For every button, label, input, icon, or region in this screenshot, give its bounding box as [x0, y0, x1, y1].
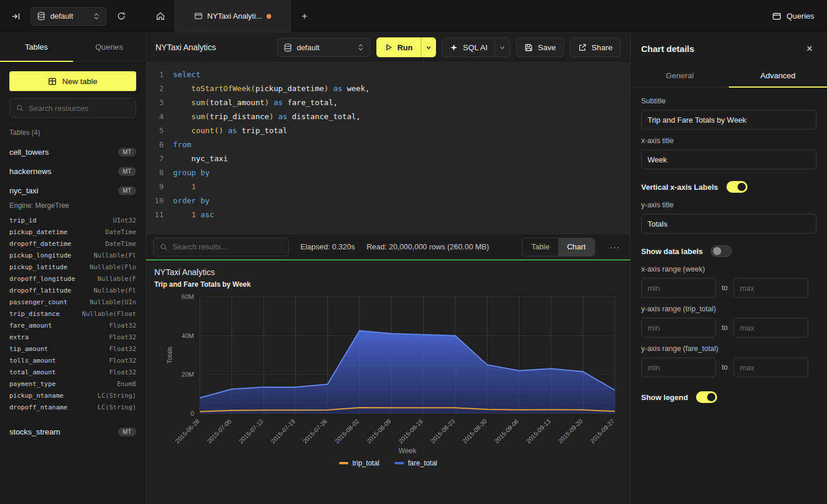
to-label: to — [722, 324, 728, 332]
header-controls: default Run — [277, 37, 621, 57]
tab-advanced[interactable]: Advanced — [729, 64, 827, 87]
tab-nytaxi-analytics[interactable]: NYTaxi Analyti... — [174, 0, 291, 32]
column-name: dropoff_latitude — [9, 287, 71, 294]
column-name: extra — [9, 333, 29, 341]
column-row[interactable]: total_amountFloat32 — [0, 366, 146, 378]
sql-ai-button[interactable]: SQL AI — [442, 38, 494, 57]
yrange-trip-max-input[interactable] — [733, 318, 808, 338]
new-tab-button[interactable]: + — [291, 0, 318, 32]
legend-swatch — [395, 462, 404, 464]
sql-ai-label: SQL AI — [463, 43, 487, 52]
sql-ai-options-button[interactable] — [494, 38, 510, 57]
yaxis-title-input[interactable] — [641, 214, 816, 234]
topbar-database-selector[interactable]: default — [30, 7, 106, 26]
table-item-stocks-stream[interactable]: stocks_stream MT — [0, 422, 146, 442]
topbar: default — [0, 0, 827, 33]
xrange-max-input[interactable] — [733, 278, 808, 298]
elapsed-time: Elapsed: 0.320s — [300, 242, 355, 251]
save-label: Save — [538, 43, 556, 52]
subtitle-input[interactable] — [641, 110, 816, 130]
legend-item-fare_total[interactable]: fare_total — [395, 459, 437, 467]
query-database-selector[interactable]: default — [277, 38, 371, 57]
table-item-cell-towers[interactable]: cell_towers MT — [0, 142, 146, 162]
column-row[interactable]: extraFloat32 — [0, 331, 146, 343]
sql-editor[interactable]: 1234567891011 select toStartOfWeek(picku… — [146, 62, 630, 234]
vertical-labels-toggle[interactable] — [726, 181, 748, 193]
yrange-fare-label: y-axis range (fare_total) — [641, 345, 816, 353]
app-window: default — [0, 0, 827, 504]
column-row[interactable]: passenger_countNullable(UIn — [0, 296, 146, 308]
sidebar-search-input[interactable] — [29, 104, 130, 113]
collapse-sidebar-button[interactable] — [7, 8, 25, 25]
query-header: NYTaxi Analytics default — [146, 33, 630, 62]
table-name: nyc_taxi — [9, 186, 39, 195]
xrange-min-input[interactable] — [641, 278, 716, 298]
column-name: tip_amount — [9, 345, 48, 353]
results-more-button[interactable]: ··· — [607, 242, 623, 252]
column-name: dropoff_longitude — [9, 275, 75, 283]
share-icon — [578, 43, 587, 52]
refresh-button[interactable] — [112, 8, 130, 25]
column-row[interactable]: pickup_longitudeNullable(Fl — [0, 249, 146, 261]
new-table-button[interactable]: New table — [9, 71, 136, 91]
search-icon — [16, 104, 24, 112]
column-row[interactable]: trip_idUInt32 — [0, 214, 146, 226]
column-row[interactable]: pickup_datetimeDateTime — [0, 226, 146, 238]
column-row[interactable]: dropoff_datetimeDateTime — [0, 238, 146, 249]
queries-button[interactable]: Queries — [772, 12, 814, 21]
sidebar-tab-tables[interactable]: Tables — [0, 33, 73, 61]
svg-text:40M: 40M — [182, 332, 194, 339]
svg-text:2015-07-26: 2015-07-26 — [301, 418, 328, 445]
table-item-nyc-taxi[interactable]: nyc_taxi MT — [0, 181, 146, 200]
column-type: Enum8 — [117, 380, 136, 388]
column-row[interactable]: dropoff_ntanameLC(String) — [0, 401, 146, 413]
sparkle-icon — [449, 43, 458, 52]
rows-read: Read: 20,000,000 rows (260.00 MB) — [366, 242, 489, 251]
column-row[interactable]: tip_amountFloat32 — [0, 343, 146, 354]
engine-badge: MT — [118, 427, 136, 436]
column-type: Nullable(Float — [82, 310, 136, 318]
column-name: passenger_count — [9, 298, 67, 306]
code-line: nyc_taxi — [173, 152, 630, 166]
search-icon — [160, 243, 168, 251]
chart-section: NYTaxi Analytics Trip and Fare Totals by… — [146, 260, 630, 504]
xaxis-title-input[interactable] — [641, 150, 816, 169]
column-name: trip_id — [9, 217, 36, 224]
column-type: Nullable(Fl — [94, 287, 136, 294]
yrange-fare-max-input[interactable] — [733, 357, 808, 377]
column-row[interactable]: pickup_ntanameLC(String) — [0, 390, 146, 401]
tab-general[interactable]: General — [631, 64, 729, 87]
column-type: Float32 — [109, 345, 136, 353]
legend-item-trip_total[interactable]: trip_total — [339, 459, 379, 467]
yrange-trip-min-input[interactable] — [641, 318, 716, 338]
run-button[interactable]: Run — [376, 37, 421, 57]
close-panel-button[interactable]: × — [802, 43, 816, 55]
results-search-input[interactable] — [172, 242, 282, 251]
column-row[interactable]: tolls_amountFloat32 — [0, 354, 146, 366]
yrange-fare-min-input[interactable] — [641, 357, 716, 377]
view-table-button[interactable]: Table — [523, 238, 558, 256]
legend-label: fare_total — [408, 459, 437, 467]
home-tab[interactable] — [146, 0, 174, 32]
column-row[interactable]: dropoff_latitudeNullable(Fl — [0, 284, 146, 296]
table-item-hackernews[interactable]: hackernews MT — [0, 162, 146, 181]
svg-text:2015-09-27: 2015-09-27 — [589, 418, 616, 445]
share-button[interactable]: Share — [570, 37, 621, 57]
engine-label: Engine: MergeTree — [0, 200, 146, 214]
column-row[interactable]: payment_typeEnum8 — [0, 378, 146, 390]
save-button[interactable]: Save — [516, 37, 564, 57]
code-line: select — [173, 68, 630, 82]
view-chart-button[interactable]: Chart — [558, 238, 594, 256]
run-options-button[interactable] — [421, 37, 436, 57]
column-row[interactable]: fare_amountFloat32 — [0, 319, 146, 331]
sidebar-tab-queries[interactable]: Queries — [73, 33, 146, 61]
column-row[interactable]: pickup_latitudeNullable(Flo — [0, 261, 146, 273]
column-row[interactable]: trip_distanceNullable(Float — [0, 308, 146, 319]
column-row[interactable]: dropoff_longitudeNullable(F — [0, 273, 146, 284]
data-labels-toggle[interactable] — [711, 245, 732, 257]
show-legend-toggle[interactable] — [696, 391, 717, 403]
chart-details-title: Chart details — [641, 44, 694, 54]
data-labels-label: Show data labels — [641, 247, 703, 256]
unsaved-indicator-dot — [267, 14, 271, 19]
view-toggle: Table Chart — [522, 238, 595, 256]
